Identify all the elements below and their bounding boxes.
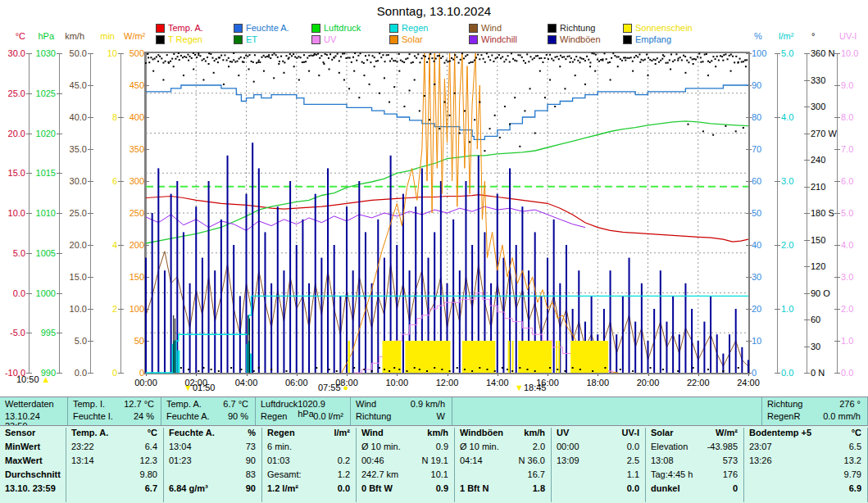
- stats-cell-value: 2.5: [627, 455, 639, 469]
- stats-cell-value: °C: [852, 428, 861, 442]
- summary-value: 0.0 l/m²: [313, 411, 343, 424]
- stats-cell-value: 0: [733, 483, 738, 497]
- stats-col-solar: SolarW/m²Elevation-43.98513:08573Tag:4:4…: [646, 428, 744, 502]
- summary-row: Wetterdaten: [5, 399, 61, 411]
- stats-row: 00:000.0: [557, 442, 639, 455]
- stats-cell-label: Ø 10 min.: [460, 442, 499, 455]
- stats-cell-label: dunkel: [651, 483, 679, 497]
- summary-label: Regen: [261, 411, 287, 424]
- stats-row-labels: SensorMinWertMaxWertDurchschnitt13.10. 2…: [0, 428, 66, 502]
- stats-cell-label: 01:03: [267, 455, 290, 469]
- weather-app-window: { "title": "Sonntag, 13.10.2024", "legen…: [0, 0, 868, 503]
- stats-cell-value: 0.9: [436, 442, 448, 455]
- stats-cell-value: km/h: [524, 428, 545, 442]
- stats-cell-label: Solar: [651, 428, 674, 442]
- stats-cell-label: Wind: [361, 428, 384, 442]
- stats-row: 23:226.4: [71, 442, 157, 455]
- summary-row: Temp. I.12.7 °C: [73, 399, 154, 411]
- stats-cell-label: 13:04: [169, 442, 192, 455]
- stats-cell-label: Feuchte A.: [169, 428, 215, 442]
- summary-label: Wetterdaten: [5, 399, 54, 411]
- stats-row: 13:0473: [169, 442, 256, 455]
- summary-row: Regen0.0 l/m²: [261, 411, 343, 424]
- stats-cell-value: 6.7: [145, 483, 157, 497]
- summary-label: Richtung: [356, 411, 391, 424]
- summary-label: Feuchte I.: [73, 411, 113, 424]
- stats-cell-value: °C: [148, 428, 157, 442]
- stats-row: Ø 10 min.2.0: [460, 442, 545, 455]
- stats-cell-label: 242.7 km: [361, 469, 398, 483]
- stats-row: Ø 10 min.0.9: [361, 442, 448, 455]
- stats-cell-value: 83: [246, 469, 256, 483]
- summary-value: 0.9 km/h: [411, 399, 445, 411]
- stats-cell-label: 00:00: [557, 442, 579, 455]
- stats-row-label-text: Durchschnitt: [5, 469, 61, 483]
- stats-row-label-text: 13.10. 23:59: [5, 483, 56, 497]
- stats-row: 13:08573: [651, 455, 738, 469]
- stats-cell-label: Tag:4:45 h: [651, 469, 693, 483]
- stats-cell-value: UV-I: [622, 428, 639, 442]
- stats-col-uv: UVUV-I00:000.013:092.51.10.0: [552, 428, 646, 502]
- stats-row: 6.9: [749, 483, 861, 497]
- stats-row-label: Sensor: [5, 428, 60, 442]
- summary-cell-0: Wetterdaten13.10.24 23:59: [0, 397, 68, 425]
- summary-row: Wind0.9 km/h: [356, 399, 445, 411]
- summary-row: 13.10.24 23:59: [5, 411, 61, 424]
- stats-cell-label: 23:22: [71, 442, 94, 455]
- summary-row: Richtung276 °: [767, 399, 861, 411]
- stats-row: 1.1: [557, 469, 639, 483]
- stats-cell-label: Windböen: [460, 428, 503, 442]
- stats-row: Bodentemp +5°C: [749, 428, 861, 442]
- stats-cell-value: W/m²: [716, 428, 738, 442]
- stats-cell-value: 6.4: [145, 442, 157, 455]
- stats-cell-value: 0.2: [338, 455, 350, 469]
- stats-cell-label: Regen: [267, 428, 295, 442]
- stats-col-regen: Regenl/m²6 min.01:030.2Gesamt:1.21.2 l/m…: [262, 428, 357, 502]
- stats-row: UVUV-I: [557, 428, 639, 442]
- stats-cell-value: 0.9: [436, 483, 448, 497]
- stats-col-windb-en: Windböenkm/hØ 10 min.2.004:14N 36.016.71…: [455, 428, 552, 502]
- stats-col-feuchte-a-: Feuchte A.%13:047301:2390836.84 g/m³90: [164, 428, 262, 502]
- stats-cell-label: Gesamt:: [267, 469, 302, 483]
- stats-row-label: Durchschnitt: [5, 469, 60, 483]
- stats-row-label: 13.10. 23:59: [5, 483, 60, 497]
- stats-row: Temp. A.°C: [71, 428, 157, 442]
- stats-cell-value: 6.9: [849, 483, 861, 497]
- summary-cell-6: Richtung276 °RegenR0.0 mm/h: [762, 397, 868, 425]
- stats-row: SolarW/m²: [651, 428, 738, 442]
- stats-row: Feuchte A.%: [169, 428, 256, 442]
- stats-cell-label: 23:07: [749, 442, 772, 455]
- stats-row: 9.80: [71, 469, 157, 483]
- stats-row: 13:2613.2: [749, 455, 861, 469]
- stats-cell-value: 90: [246, 483, 256, 497]
- summary-row: Feuchte I.24 %: [73, 411, 154, 424]
- stats-cell-value: 573: [723, 455, 738, 469]
- stats-row-label-text: MinWert: [5, 442, 40, 455]
- stats-row: Tag:4:45 h176: [651, 469, 738, 483]
- stats-cell-value: l/m²: [334, 428, 350, 442]
- stats-cell-value: 9.80: [140, 469, 157, 483]
- stats-cell-label: Elevation: [651, 442, 688, 455]
- stats-cell-label: 1 Bft N: [460, 483, 489, 497]
- stats-cell-value: %: [248, 428, 256, 442]
- stats-row: 01:2390: [169, 455, 256, 469]
- summary-cell-3: Luftdruck1020.9 hPaRegen0.0 l/m²: [256, 397, 351, 425]
- stats-cell-label: UV: [557, 428, 569, 442]
- stats-cell-label: 13:26: [749, 455, 772, 469]
- stats-cell-label: 1.2 l/m²: [267, 483, 298, 497]
- summary-label: Feuchte A.: [166, 411, 210, 424]
- stats-cell-label: 13:14: [71, 455, 94, 469]
- stats-row: 9.79: [749, 469, 861, 483]
- stats-row: Windböenkm/h: [460, 428, 545, 442]
- stats-row: 0 Bft W0.9: [361, 483, 448, 497]
- stats-cell-value: 6.5: [849, 442, 861, 455]
- stats-row: 00:46N 19.1: [361, 455, 448, 469]
- stats-row: 01:030.2: [267, 455, 350, 469]
- summary-value: 90 %: [228, 411, 248, 424]
- stats-cell-value: 12.3: [140, 455, 157, 469]
- stats-cell-value: km/h: [427, 428, 448, 442]
- stats-cell-label: Bodentemp +5: [749, 428, 811, 442]
- stats-cell-value: 16.7: [528, 469, 545, 483]
- stats-cell-value: 0.0: [627, 442, 639, 455]
- weather-data-band: Wetterdaten13.10.24 23:59Temp. I.12.7 °C…: [0, 397, 868, 425]
